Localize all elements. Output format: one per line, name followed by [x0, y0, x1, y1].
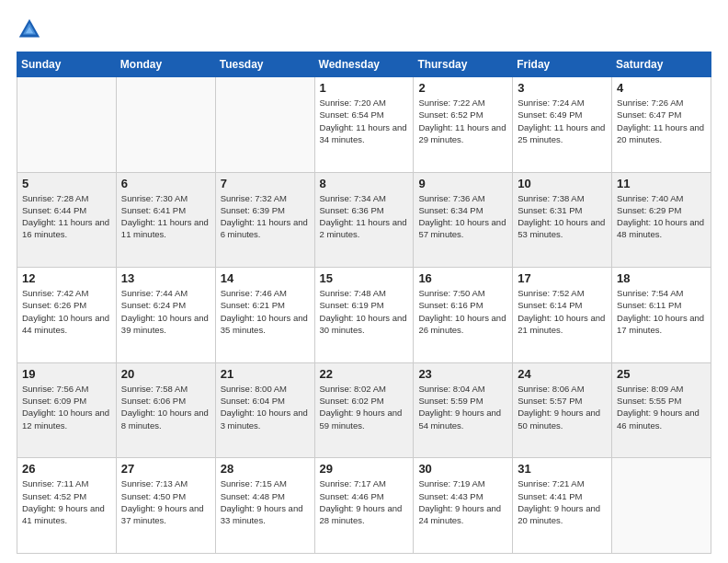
day-info: Sunrise: 8:02 AM Sunset: 6:02 PM Dayligh…: [320, 383, 409, 431]
day-number: 19: [22, 367, 111, 381]
day-number: 27: [121, 462, 210, 476]
calendar-cell: 15Sunrise: 7:48 AM Sunset: 6:19 PM Dayli…: [314, 268, 414, 363]
calendar-cell: 25Sunrise: 8:09 AM Sunset: 5:55 PM Dayli…: [612, 362, 711, 458]
calendar-header-row: SundayMondayTuesdayWednesdayThursdayFrid…: [17, 52, 711, 77]
calendar-cell: 30Sunrise: 7:19 AM Sunset: 4:43 PM Dayli…: [414, 458, 513, 554]
day-number: 11: [617, 177, 706, 190]
calendar-header-saturday: Saturday: [612, 52, 711, 77]
day-number: 29: [320, 462, 409, 476]
day-number: 17: [518, 271, 607, 285]
calendar-table: SundayMondayTuesdayWednesdayThursdayFrid…: [17, 52, 711, 554]
calendar-cell: 11Sunrise: 7:40 AM Sunset: 6:29 PM Dayli…: [612, 172, 711, 268]
day-number: 5: [22, 177, 111, 190]
day-number: 9: [418, 177, 507, 190]
day-number: 15: [320, 271, 409, 285]
calendar-cell: 7Sunrise: 7:32 AM Sunset: 6:39 PM Daylig…: [215, 172, 314, 268]
day-info: Sunrise: 7:30 AM Sunset: 6:41 PM Dayligh…: [121, 192, 210, 241]
day-info: Sunrise: 7:34 AM Sunset: 6:36 PM Dayligh…: [320, 192, 409, 241]
day-info: Sunrise: 7:20 AM Sunset: 6:54 PM Dayligh…: [320, 97, 409, 145]
calendar-cell: [17, 77, 117, 173]
calendar-cell: 16Sunrise: 7:50 AM Sunset: 6:16 PM Dayli…: [414, 268, 513, 363]
day-number: 4: [617, 81, 706, 95]
day-info: Sunrise: 7:56 AM Sunset: 6:09 PM Dayligh…: [22, 383, 111, 431]
day-info: Sunrise: 7:38 AM Sunset: 6:31 PM Dayligh…: [518, 192, 607, 241]
day-number: 31: [518, 462, 607, 476]
calendar-cell: 22Sunrise: 8:02 AM Sunset: 6:02 PM Dayli…: [314, 362, 414, 458]
calendar-cell: 12Sunrise: 7:42 AM Sunset: 6:26 PM Dayli…: [17, 268, 117, 363]
day-info: Sunrise: 7:54 AM Sunset: 6:11 PM Dayligh…: [617, 287, 706, 336]
calendar-header-sunday: Sunday: [17, 52, 117, 77]
day-number: 8: [320, 177, 409, 190]
calendar-cell: [116, 77, 215, 173]
day-number: 26: [22, 462, 111, 476]
day-info: Sunrise: 7:11 AM Sunset: 4:52 PM Dayligh…: [22, 477, 111, 526]
day-number: 30: [418, 462, 507, 476]
calendar-header-monday: Monday: [116, 52, 215, 77]
calendar-cell: 2Sunrise: 7:22 AM Sunset: 6:52 PM Daylig…: [414, 77, 513, 173]
calendar-cell: 4Sunrise: 7:26 AM Sunset: 6:47 PM Daylig…: [612, 77, 711, 173]
day-info: Sunrise: 7:28 AM Sunset: 6:44 PM Dayligh…: [22, 192, 111, 241]
day-number: 20: [121, 367, 210, 381]
calendar-cell: 3Sunrise: 7:24 AM Sunset: 6:49 PM Daylig…: [513, 77, 612, 173]
calendar-cell: 13Sunrise: 7:44 AM Sunset: 6:24 PM Dayli…: [116, 268, 215, 363]
day-number: 28: [221, 462, 310, 476]
header: [17, 17, 711, 42]
calendar-week-3: 19Sunrise: 7:56 AM Sunset: 6:09 PM Dayli…: [17, 362, 711, 458]
logo-icon: [17, 17, 42, 42]
calendar-cell: 10Sunrise: 7:38 AM Sunset: 6:31 PM Dayli…: [513, 172, 612, 268]
day-number: 25: [617, 367, 706, 381]
calendar-cell: 20Sunrise: 7:58 AM Sunset: 6:06 PM Dayli…: [116, 362, 215, 458]
calendar-week-2: 12Sunrise: 7:42 AM Sunset: 6:26 PM Dayli…: [17, 268, 711, 363]
calendar-cell: 28Sunrise: 7:15 AM Sunset: 4:48 PM Dayli…: [215, 458, 314, 554]
day-number: 1: [320, 81, 409, 95]
day-number: 23: [418, 367, 507, 381]
day-number: 10: [518, 177, 607, 190]
day-info: Sunrise: 7:26 AM Sunset: 6:47 PM Dayligh…: [617, 97, 706, 145]
calendar-cell: 5Sunrise: 7:28 AM Sunset: 6:44 PM Daylig…: [17, 172, 117, 268]
calendar-cell: 26Sunrise: 7:11 AM Sunset: 4:52 PM Dayli…: [17, 458, 117, 554]
day-info: Sunrise: 7:17 AM Sunset: 4:46 PM Dayligh…: [320, 477, 409, 526]
calendar-cell: 21Sunrise: 8:00 AM Sunset: 6:04 PM Dayli…: [215, 362, 314, 458]
day-number: 7: [221, 177, 310, 190]
calendar-week-4: 26Sunrise: 7:11 AM Sunset: 4:52 PM Dayli…: [17, 458, 711, 554]
day-number: 24: [518, 367, 607, 381]
calendar-cell: [215, 77, 314, 173]
calendar-cell: 18Sunrise: 7:54 AM Sunset: 6:11 PM Dayli…: [612, 268, 711, 363]
day-info: Sunrise: 7:40 AM Sunset: 6:29 PM Dayligh…: [617, 192, 706, 241]
calendar-cell: 8Sunrise: 7:34 AM Sunset: 6:36 PM Daylig…: [314, 172, 414, 268]
day-number: 13: [121, 271, 210, 285]
day-number: 12: [22, 271, 111, 285]
calendar-cell: 29Sunrise: 7:17 AM Sunset: 4:46 PM Dayli…: [314, 458, 414, 554]
day-number: 6: [121, 177, 210, 190]
day-info: Sunrise: 8:09 AM Sunset: 5:55 PM Dayligh…: [617, 383, 706, 431]
day-info: Sunrise: 7:22 AM Sunset: 6:52 PM Dayligh…: [418, 97, 507, 145]
day-info: Sunrise: 8:00 AM Sunset: 6:04 PM Dayligh…: [221, 383, 310, 431]
calendar-cell: 6Sunrise: 7:30 AM Sunset: 6:41 PM Daylig…: [116, 172, 215, 268]
day-info: Sunrise: 7:58 AM Sunset: 6:06 PM Dayligh…: [121, 383, 210, 431]
calendar-week-1: 5Sunrise: 7:28 AM Sunset: 6:44 PM Daylig…: [17, 172, 711, 268]
calendar-cell: 19Sunrise: 7:56 AM Sunset: 6:09 PM Dayli…: [17, 362, 117, 458]
calendar-header-wednesday: Wednesday: [314, 52, 414, 77]
calendar-cell: 27Sunrise: 7:13 AM Sunset: 4:50 PM Dayli…: [116, 458, 215, 554]
day-info: Sunrise: 7:52 AM Sunset: 6:14 PM Dayligh…: [518, 287, 607, 336]
day-info: Sunrise: 7:21 AM Sunset: 4:41 PM Dayligh…: [518, 477, 607, 526]
day-info: Sunrise: 8:04 AM Sunset: 5:59 PM Dayligh…: [418, 383, 507, 431]
day-number: 3: [518, 81, 607, 95]
day-info: Sunrise: 7:50 AM Sunset: 6:16 PM Dayligh…: [418, 287, 507, 336]
calendar-cell: 23Sunrise: 8:04 AM Sunset: 5:59 PM Dayli…: [414, 362, 513, 458]
calendar-week-0: 1Sunrise: 7:20 AM Sunset: 6:54 PM Daylig…: [17, 77, 711, 173]
day-info: Sunrise: 7:13 AM Sunset: 4:50 PM Dayligh…: [121, 477, 210, 526]
calendar-header-tuesday: Tuesday: [215, 52, 314, 77]
day-info: Sunrise: 7:19 AM Sunset: 4:43 PM Dayligh…: [418, 477, 507, 526]
day-number: 14: [221, 271, 310, 285]
day-number: 16: [418, 271, 507, 285]
calendar-cell: 9Sunrise: 7:36 AM Sunset: 6:34 PM Daylig…: [414, 172, 513, 268]
day-number: 22: [320, 367, 409, 381]
calendar-header-thursday: Thursday: [414, 52, 513, 77]
day-info: Sunrise: 7:24 AM Sunset: 6:49 PM Dayligh…: [518, 97, 607, 145]
calendar-cell: [612, 458, 711, 554]
calendar-cell: 14Sunrise: 7:46 AM Sunset: 6:21 PM Dayli…: [215, 268, 314, 363]
day-number: 2: [418, 81, 507, 95]
calendar-cell: 1Sunrise: 7:20 AM Sunset: 6:54 PM Daylig…: [314, 77, 414, 173]
day-info: Sunrise: 7:42 AM Sunset: 6:26 PM Dayligh…: [22, 287, 111, 336]
